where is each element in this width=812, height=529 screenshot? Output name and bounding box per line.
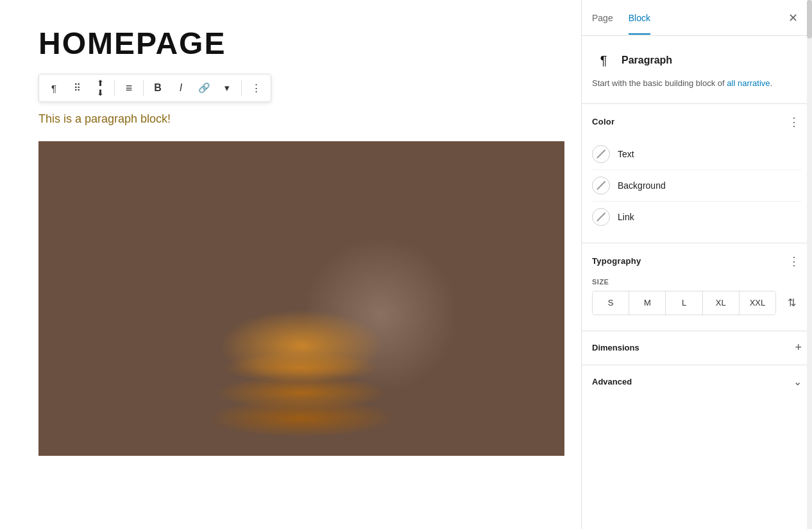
align-icon: ≡: [126, 82, 133, 95]
tabs-group: Page Block: [592, 1, 650, 35]
page-title: HOMEPAGE: [38, 26, 543, 61]
editor-area: HOMEPAGE ¶ ⠿ ⬆⬇ ≡ B I 🔗 ▾ ⋮: [0, 0, 581, 529]
typography-section-title: Typography: [592, 256, 641, 266]
move-btn[interactable]: ⬆⬇: [89, 77, 111, 99]
close-sidebar-btn[interactable]: ✕: [784, 9, 802, 27]
background-color-option[interactable]: Background: [592, 170, 802, 202]
image-block: [38, 141, 564, 456]
color-section-menu-btn[interactable]: ⋮: [786, 114, 802, 130]
sidebar-panel: Page Block ✕ ¶ Paragraph Start with the …: [581, 0, 812, 529]
paragraph-block-btn[interactable]: ¶: [43, 77, 65, 99]
background-color-label: Background: [618, 180, 666, 191]
block-type-name: Paragraph: [622, 55, 672, 66]
size-xxl-btn[interactable]: XXL: [740, 291, 775, 315]
size-xl-btn[interactable]: XL: [703, 291, 740, 315]
bold-btn[interactable]: B: [147, 77, 169, 99]
block-description: Start with the basic building block of a…: [592, 77, 802, 91]
size-label: SIZE: [592, 278, 802, 286]
dimensions-title: Dimensions: [592, 343, 639, 352]
more-options-dropdown-btn[interactable]: ▾: [216, 77, 238, 99]
typography-section-header: Typography ⋮: [592, 254, 802, 269]
block-toolbar: ¶ ⠿ ⬆⬇ ≡ B I 🔗 ▾ ⋮: [38, 74, 271, 102]
dimensions-add-icon: +: [795, 341, 802, 354]
size-m-btn[interactable]: M: [629, 291, 666, 315]
advanced-section: Advanced ⌄: [582, 365, 812, 399]
filter-icon: ⇅: [788, 297, 796, 309]
toolbar-divider-2: [143, 80, 144, 96]
size-control-row: S M L XL XXL ⇅: [592, 291, 802, 315]
align-btn[interactable]: ≡: [118, 77, 140, 99]
dimensions-section: Dimensions +: [582, 331, 812, 365]
italic-btn[interactable]: I: [170, 77, 192, 99]
text-color-circle: [592, 145, 610, 163]
typography-filter-btn[interactable]: ⇅: [781, 293, 802, 313]
link-color-circle: [592, 208, 610, 226]
link-color-label: Link: [618, 212, 634, 222]
drag-icon: ⠿: [74, 82, 81, 94]
typography-menu-btn[interactable]: ⋮: [786, 254, 802, 269]
more-icon: ⋮: [251, 82, 261, 94]
block-desc-link[interactable]: all narrative: [727, 78, 770, 88]
sidebar-tabs-row: Page Block ✕: [582, 0, 812, 36]
pancake-image: [38, 141, 564, 456]
text-color-label: Text: [618, 149, 634, 159]
bold-icon: B: [154, 82, 162, 94]
dropdown-icon: ▾: [224, 82, 230, 94]
background-color-slash: [596, 181, 605, 190]
dimensions-header[interactable]: Dimensions +: [592, 331, 802, 365]
link-color-option[interactable]: Link: [592, 202, 802, 232]
color-section-title: Color: [592, 117, 614, 126]
size-l-btn[interactable]: L: [666, 291, 702, 315]
color-section: Color ⋮ Text Background Link: [582, 104, 812, 243]
link-btn[interactable]: 🔗: [193, 77, 215, 99]
advanced-header[interactable]: Advanced ⌄: [592, 365, 802, 399]
advanced-chevron-icon: ⌄: [793, 376, 802, 388]
link-color-slash: [596, 212, 605, 221]
size-options: S M L XL XXL: [592, 291, 776, 315]
size-s-btn[interactable]: S: [593, 291, 629, 315]
italic-icon: I: [180, 82, 182, 94]
text-color-option[interactable]: Text: [592, 139, 802, 170]
more-menu-btn[interactable]: ⋮: [245, 77, 267, 99]
scrollbar-track[interactable]: [807, 0, 812, 529]
block-desc-text1: Start with the basic building block of: [592, 78, 725, 88]
typography-section: Typography ⋮ SIZE S M L XL XXL ⇅: [582, 243, 812, 331]
tab-block[interactable]: Block: [629, 1, 650, 35]
tab-page[interactable]: Page: [592, 1, 613, 35]
block-desc-end: .: [770, 78, 773, 88]
advanced-title: Advanced: [592, 377, 632, 386]
text-color-slash: [596, 150, 605, 159]
move-icon: ⬆⬇: [97, 78, 104, 98]
background-color-circle: [592, 177, 610, 195]
toolbar-divider-3: [241, 80, 242, 96]
drag-handle-btn[interactable]: ⠿: [66, 77, 88, 99]
block-type-icon: ¶: [592, 49, 615, 72]
scrollbar-thumb[interactable]: [807, 0, 812, 39]
toolbar-divider-1: [114, 80, 115, 96]
link-icon: 🔗: [198, 82, 210, 94]
color-section-header: Color ⋮: [592, 114, 802, 130]
block-info-header: ¶ Paragraph: [592, 49, 802, 72]
paragraph-icon: ¶: [51, 83, 56, 94]
block-info-section: ¶ Paragraph Start with the basic buildin…: [582, 36, 812, 104]
paragraph-block-text[interactable]: This is a paragraph block!: [38, 112, 543, 126]
